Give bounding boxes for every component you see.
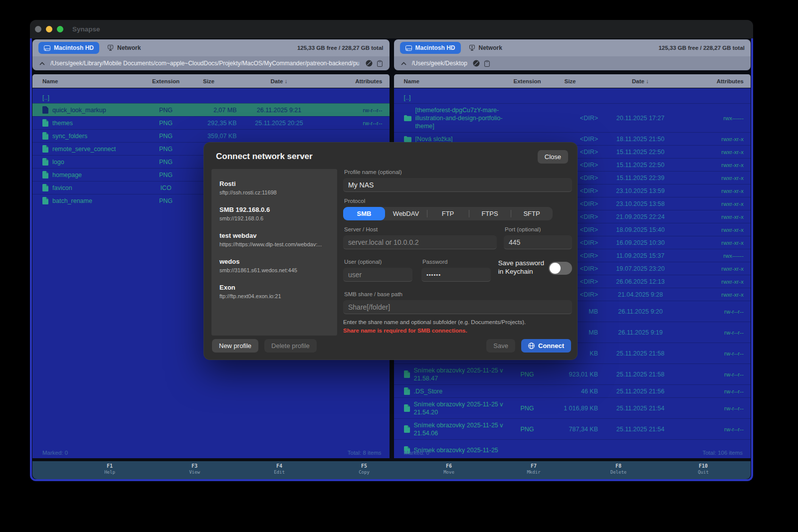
profile-item-name: test webdav bbox=[219, 232, 329, 239]
marked-count: Marked: 0 bbox=[404, 450, 429, 456]
column-size[interactable]: Size bbox=[181, 78, 237, 84]
function-key-f3[interactable]: F3View bbox=[152, 463, 237, 479]
profile-name-label: Profile name (optional) bbox=[344, 169, 572, 175]
column-date[interactable]: Date ↓ bbox=[237, 78, 322, 84]
file-row[interactable]: Snímek obrazovky 2025-11-25 v 21.58.47PN… bbox=[394, 363, 751, 384]
profile-item[interactable]: wedossmb://31861.s61.wedos.net:445 bbox=[219, 258, 329, 273]
file-row[interactable]: quick_look_markupPNG2,07 MB26.11.2025 9:… bbox=[32, 103, 390, 116]
profile-item[interactable]: SMB 192.168.0.6smb://192.168.0.6 bbox=[219, 206, 329, 221]
port-input[interactable] bbox=[509, 238, 567, 246]
tab-network[interactable]: Network bbox=[107, 44, 141, 51]
parent-dir-row[interactable]: [..] bbox=[32, 92, 390, 103]
profile-name-input[interactable] bbox=[348, 181, 567, 189]
save-button[interactable]: Save bbox=[486, 339, 515, 353]
keychain-toggle[interactable] bbox=[549, 262, 572, 275]
attr-cell: rwxr-xr-x bbox=[683, 240, 744, 246]
tab-label: Network bbox=[117, 44, 141, 51]
protocol-option-smb[interactable]: SMB bbox=[343, 207, 385, 220]
column-size[interactable]: Size bbox=[542, 78, 598, 84]
date-cell: 11.09.2025 15:37 bbox=[598, 252, 683, 259]
column-extension[interactable]: Extension bbox=[512, 78, 542, 84]
attr-cell: rwxr-xr-x bbox=[683, 162, 744, 168]
attr-cell: rw-r--r-- bbox=[683, 309, 744, 315]
current-path[interactable]: /Users/geek/Library/Mobile Documents/com… bbox=[50, 60, 359, 67]
attr-cell: rw-r--r-- bbox=[683, 371, 744, 377]
minimize-window-icon[interactable] bbox=[46, 26, 52, 32]
function-key-f5[interactable]: F5Copy bbox=[322, 463, 406, 479]
function-key-f4[interactable]: F4Edit bbox=[237, 463, 322, 479]
tab-network[interactable]: Network bbox=[469, 44, 502, 51]
zoom-window-icon[interactable] bbox=[57, 26, 63, 32]
function-key-f1[interactable]: F1Help bbox=[67, 463, 152, 479]
protocol-option-ftps[interactable]: FTPS bbox=[469, 207, 511, 220]
password-input[interactable] bbox=[426, 272, 486, 278]
file-name: homepage bbox=[52, 171, 82, 179]
profile-item-url: sftp://ssh.rosti.cz:11698 bbox=[219, 189, 329, 195]
share-error-text: Share name is required for SMB connectio… bbox=[343, 328, 572, 334]
file-row[interactable]: themesPNG292,35 KB25.11.2025 20:25rw-r--… bbox=[32, 116, 390, 129]
function-key-f10[interactable]: F10Quit bbox=[661, 463, 746, 479]
attr-cell: rwxr-xr-x bbox=[683, 175, 744, 181]
left-status-bar: Marked: 0 Total: 8 items bbox=[42, 450, 382, 456]
file-name-cell: Snímek obrazovky 2025-11-25 v 21.54.06 bbox=[404, 421, 513, 437]
port-field-wrap bbox=[504, 235, 572, 249]
hidden-files-icon[interactable] bbox=[366, 60, 373, 67]
window-title: Synapse bbox=[72, 25, 100, 33]
fkey-label: Quit bbox=[661, 470, 746, 475]
column-name[interactable]: Name bbox=[404, 78, 513, 84]
fkey-label: Move bbox=[406, 470, 491, 475]
date-cell: 16.09.2025 10:30 bbox=[598, 239, 683, 246]
user-input[interactable] bbox=[348, 271, 407, 279]
function-key-f7[interactable]: F7Mkdir bbox=[491, 463, 576, 479]
size-cell: 923,01 KB bbox=[542, 371, 598, 378]
profile-item[interactable]: test webdavhttps://https://www.dlp-test.… bbox=[219, 232, 329, 247]
date-cell: 23.10.2025 13:59 bbox=[598, 187, 683, 194]
column-extension[interactable]: Extension bbox=[151, 78, 181, 84]
date-cell: 21.09.2025 22:24 bbox=[598, 213, 683, 220]
profile-item[interactable]: Rostisftp://ssh.rosti.cz:11698 bbox=[219, 180, 329, 195]
parent-up-icon[interactable] bbox=[401, 62, 406, 65]
server-host-field-wrap bbox=[343, 235, 497, 249]
parent-dir-row[interactable]: [..] bbox=[394, 92, 751, 103]
function-key-f6[interactable]: F6Move bbox=[406, 463, 491, 479]
connection-form: Profile name (optional) Protocol SMBWebD… bbox=[343, 169, 572, 334]
protocol-option-ftp[interactable]: FTP bbox=[427, 207, 469, 220]
profile-item[interactable]: Exonftp://ftp.next04.exon.io:21 bbox=[219, 284, 329, 299]
file-row[interactable]: sync_foldersPNG359,07 KB bbox=[32, 129, 390, 142]
right-path-bar: /Users/geek/Desktop bbox=[394, 56, 751, 70]
close-window-icon[interactable] bbox=[35, 26, 41, 32]
column-date[interactable]: Date ↓ bbox=[598, 78, 683, 84]
file-row[interactable]: [themeforest-dpgCu7zY-mare-illustration-… bbox=[394, 103, 751, 132]
delete-profile-button[interactable]: Delete profile bbox=[264, 339, 317, 353]
clipboard-icon[interactable] bbox=[377, 60, 383, 67]
file-icon bbox=[42, 171, 48, 178]
protocol-option-webdav[interactable]: WebDAV bbox=[385, 207, 427, 220]
tab-macintosh-hd[interactable]: Macintosh HD bbox=[400, 42, 461, 54]
server-host-label: Server / Host bbox=[344, 226, 497, 232]
file-icon bbox=[404, 387, 410, 395]
connect-button[interactable]: Connect bbox=[521, 339, 571, 353]
server-host-input[interactable] bbox=[348, 238, 492, 246]
parent-up-icon[interactable] bbox=[39, 62, 45, 65]
file-row[interactable]: Snímek obrazovky 2025-11-25 v 21.54.06PN… bbox=[394, 418, 751, 439]
hidden-files-icon[interactable] bbox=[473, 60, 480, 67]
port-label: Port (optional) bbox=[505, 226, 572, 232]
new-profile-button[interactable]: New profile bbox=[212, 339, 258, 353]
clipboard-icon[interactable] bbox=[484, 60, 490, 67]
file-icon bbox=[404, 425, 410, 433]
network-icon bbox=[107, 45, 114, 51]
column-attributes[interactable]: Attributes bbox=[683, 78, 744, 84]
file-row[interactable]: Snímek obrazovky 2025-11-25 v 21.54.20PN… bbox=[394, 397, 751, 418]
current-path[interactable]: /Users/geek/Desktop bbox=[412, 60, 467, 67]
titlebar: Synapse bbox=[30, 20, 753, 38]
function-key-f8[interactable]: F8Delete bbox=[576, 463, 661, 479]
attr-cell: rwxr-xr-x bbox=[683, 279, 744, 285]
protocol-option-sftp[interactable]: SFTP bbox=[511, 207, 553, 220]
marked-count: Marked: 0 bbox=[42, 450, 68, 456]
smb-share-input[interactable] bbox=[348, 303, 567, 311]
column-name[interactable]: Name bbox=[42, 78, 151, 84]
tab-macintosh-hd[interactable]: Macintosh HD bbox=[38, 42, 99, 54]
file-row[interactable]: .DS_Store46 KB25.11.2025 21:56rw-r--r-- bbox=[394, 384, 751, 397]
close-button[interactable]: Close bbox=[538, 150, 568, 164]
column-attributes[interactable]: Attributes bbox=[322, 78, 383, 84]
